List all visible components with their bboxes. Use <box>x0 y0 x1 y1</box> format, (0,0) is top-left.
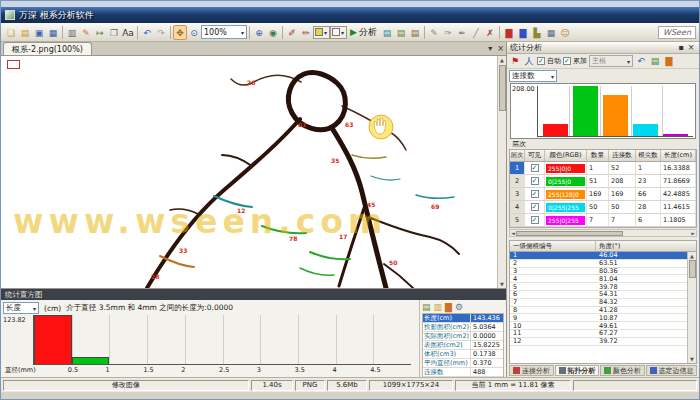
visible-cell[interactable]: ✓ <box>525 214 545 226</box>
level-cell[interactable]: 3 <box>510 188 525 200</box>
stat-row[interactable]: 表面积(cm2)15.8225 <box>423 341 503 350</box>
pen-4-icon[interactable]: ╱ <box>469 25 483 40</box>
open-icon[interactable]: ▤ <box>18 25 32 40</box>
angle-row[interactable]: 654.31 <box>510 291 687 299</box>
stamp-1-icon[interactable]: ▤ <box>380 25 394 40</box>
export-icon[interactable]: ↦ <box>93 25 107 40</box>
print-icon[interactable]: ▥ <box>65 25 79 40</box>
angle-row[interactable]: 481.04 <box>510 275 687 283</box>
chart-blue-icon[interactable]: ▇ <box>516 25 530 40</box>
stat-row[interactable]: 平均直径(mm)0.370 <box>423 359 503 368</box>
scroll-up-icon[interactable]: ▲ <box>690 253 694 259</box>
pin-icon[interactable]: ▪ <box>676 43 686 52</box>
save-icon[interactable]: ▣ <box>32 25 46 40</box>
tab-拓扑分析[interactable]: 拓扑分析 <box>555 365 600 376</box>
column-header[interactable]: 层次 <box>510 150 525 161</box>
column-header[interactable]: 颜色(RGB) <box>545 150 587 161</box>
angle-row[interactable]: 910.87 <box>510 314 687 322</box>
pen-2-icon[interactable]: ✑ <box>441 25 455 40</box>
stamp-2-icon[interactable]: ▤ <box>394 25 408 40</box>
visible-checkbox[interactable]: ✓ <box>531 216 539 224</box>
stamp-3-icon[interactable]: ▤ <box>408 25 422 40</box>
visible-checkbox[interactable]: ✓ <box>531 177 539 185</box>
shape-swatch[interactable]: ▾ <box>330 26 347 39</box>
visible-cell[interactable]: ✓ <box>525 162 545 174</box>
angle-table-vscrollbar[interactable]: ▲ ▼ <box>687 252 696 363</box>
pen-5-icon[interactable]: ✗ <box>483 25 497 40</box>
text-icon[interactable]: Aa <box>121 25 135 40</box>
angle-row[interactable]: 146.04 <box>510 252 687 260</box>
table-row[interactable]: 4✓0|255|25550502811.4615 <box>510 201 696 214</box>
angle-row[interactable]: 784.32 <box>510 299 687 307</box>
chart-icon[interactable]: ▇ <box>445 302 452 312</box>
level-table-hscrollbar[interactable]: ◄ ► <box>509 229 697 237</box>
level-cell[interactable]: 1 <box>510 162 525 174</box>
scroll-right-icon[interactable]: ► <box>691 230 695 236</box>
chart-olive-icon[interactable]: ▙ <box>530 25 544 40</box>
column-header[interactable]: 数量 <box>587 150 609 161</box>
column-header[interactable]: 连接数 <box>609 150 636 161</box>
pen-3-icon[interactable]: ✒ <box>455 25 469 40</box>
flag-icon[interactable]: ⚑ <box>509 56 521 66</box>
auto-checkbox[interactable]: ✓ <box>537 57 545 65</box>
table-row[interactable]: 1✓255|0|0152116.3388 <box>510 162 696 175</box>
root-type-select[interactable]: 主根 ▾ <box>589 55 633 67</box>
tab-连接分析[interactable]: 连接分析 <box>509 365 554 376</box>
color-swatch[interactable]: ▾ <box>313 26 330 39</box>
scroll-down-icon[interactable]: ▼ <box>690 356 694 362</box>
edit-icon[interactable]: ✎ <box>79 25 93 40</box>
new-icon[interactable]: ❏ <box>4 25 18 40</box>
scroll-thumb[interactable] <box>499 65 506 111</box>
stat-row[interactable]: 实际面积(cm2)0.0000 <box>423 332 503 341</box>
image-canvas[interactable]: 260163354517781269335028 www.wseen.com ▲… <box>1 56 506 288</box>
table-row[interactable]: 2✓0|255|0512082371.8669 <box>510 175 696 188</box>
magnifier-icon[interactable]: ⊙ <box>187 25 201 40</box>
undo-icon[interactable]: ↶ <box>140 25 154 40</box>
chevron-down-icon[interactable]: ▾ <box>324 29 327 36</box>
settings-gear-icon[interactable]: ⚙ <box>455 302 463 312</box>
save-all-icon[interactable]: ▦ <box>46 25 60 40</box>
undo-icon[interactable]: ↶ <box>635 56 647 66</box>
table-row[interactable]: 3✓255|128|01691696642.4885 <box>510 188 696 201</box>
table-row[interactable]: 5✓255|0|2557761.1805 <box>510 214 696 227</box>
zoom-combo[interactable]: 100%▾ <box>201 25 247 39</box>
angle-row[interactable]: 1049.61 <box>510 322 687 330</box>
chart-icon[interactable]: ▇ <box>663 56 675 66</box>
visible-cell[interactable]: ✓ <box>525 175 545 187</box>
chevron-down-icon[interactable]: ▾ <box>341 29 344 36</box>
tab-menu-icon[interactable]: ▾ <box>488 44 492 53</box>
scroll-left-icon[interactable]: ◄ <box>511 230 515 236</box>
visible-checkbox[interactable]: ✓ <box>531 190 539 198</box>
mark-icon[interactable]: ✐ <box>285 25 299 40</box>
metric-select[interactable]: 长度 ▾ <box>3 302 39 314</box>
tab-close-icon[interactable]: × <box>497 44 504 53</box>
stat-row[interactable]: 连接数488 <box>423 368 503 377</box>
measure-icon[interactable]: ✏ <box>299 25 313 40</box>
angle-row[interactable]: 841.28 <box>510 307 687 315</box>
analyze-button[interactable]: ▶分析 <box>347 26 380 39</box>
export-sheet-icon[interactable]: ▥ <box>434 302 443 312</box>
visible-cell[interactable]: ✓ <box>525 188 545 200</box>
help-icon[interactable]: ☺ <box>558 25 572 40</box>
accumulate-checkbox[interactable]: ✓ <box>563 57 571 65</box>
document-tab[interactable]: 根系-2.png(100%) <box>3 42 92 55</box>
column-header[interactable]: 根尖数 <box>636 150 661 161</box>
zoom-in-icon[interactable]: ⊕ <box>252 25 266 40</box>
angle-row[interactable]: 539.78 <box>510 283 687 291</box>
visible-cell[interactable]: ✓ <box>525 201 545 213</box>
chart-red-icon[interactable]: ▇ <box>502 25 516 40</box>
angle-row[interactable]: 380.36 <box>510 268 687 276</box>
tab-选定边信息[interactable]: 选定边信息 <box>646 365 697 376</box>
level-cell[interactable]: 4 <box>510 201 525 213</box>
scroll-thumb[interactable] <box>516 231 623 236</box>
angle-row[interactable]: 1167.27 <box>510 330 687 338</box>
stat-row[interactable]: 体积(cm3)0.1738 <box>423 350 503 359</box>
visible-checkbox[interactable]: ✓ <box>531 203 539 211</box>
close-icon[interactable]: × <box>686 43 696 52</box>
column-header[interactable]: 长度(cm) <box>661 150 696 161</box>
hand-tool-icon[interactable]: ✥ <box>173 25 187 40</box>
chart-metric-select[interactable]: 连接数 ▾ <box>509 70 557 82</box>
redo-icon[interactable]: ↷ <box>154 25 168 40</box>
canvas-vscrollbar[interactable]: ▲ ▼ <box>497 56 506 288</box>
visible-checkbox[interactable]: ✓ <box>531 164 539 172</box>
